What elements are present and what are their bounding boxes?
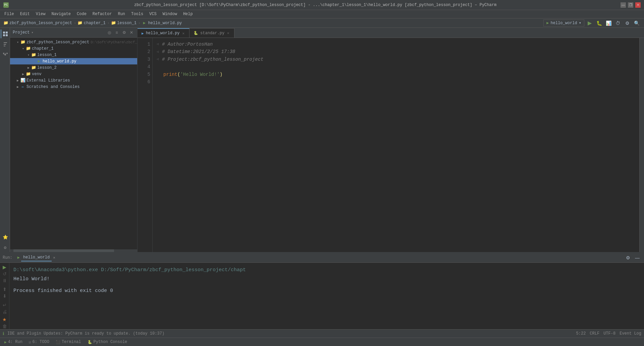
run-tab-close[interactable]: ✕ [53,255,55,260]
venv-arrow-icon: ▶ [21,72,25,76]
maximize-button[interactable]: ❐ [628,2,633,8]
run-config-selector[interactable]: ▶ hello_world ▾ [543,19,584,27]
menu-view[interactable]: View [33,11,48,17]
menu-tools[interactable]: Tools [128,11,146,17]
run-trash-button[interactable]: 🗑 [1,324,8,329]
bottom-tab-actions[interactable]: ⚙ — [624,254,641,262]
tree-item-venv[interactable]: ▶ 📁 venv [10,71,137,77]
tree-action-close[interactable]: ✕ [128,30,135,36]
run-softrap-button[interactable]: ↵ [1,302,8,308]
tab-hello-world[interactable]: ▶ hello_world.py ✕ [138,28,190,38]
status-event-log[interactable]: Event Log [620,331,641,336]
status-left: ℹ IDE and Plugin Updates: PyCharm is rea… [3,331,164,336]
breadcrumb-file[interactable]: ▶ hello_world.py [142,21,182,26]
bt-todo[interactable]: ☑ 6: TODO [26,339,52,345]
tree-item-hello-world[interactable]: ▶ hello_world.py [10,58,137,64]
bt-run[interactable]: ▶ 4: Run [2,339,25,345]
run-sidebar: ▶ ↺ ⏸ ⬆ ⬇ ↵ 🖨 ★ 🗑 [0,263,9,329]
bt-python-console-icon: 🐍 [88,340,92,344]
tree-actions[interactable]: ◎ ≡ ⚙ ✕ [106,30,135,36]
code-empty-4 [162,63,165,70]
tree-action-locate[interactable]: ◎ [106,30,112,36]
dropdown-arrow-icon: ▾ [31,31,33,35]
activity-project[interactable] [1,30,9,38]
root-folder-icon: 📁 [20,40,25,45]
run-tab-hello-world[interactable]: ▶ hello_world ✕ [15,253,57,262]
menu-edit[interactable]: Edit [17,11,33,17]
tab-standar[interactable]: 🐍 standar.py ✕ [190,28,234,38]
right-gutter [639,38,644,252]
code-line-3: ◁ # Project:zbcf_python_lesson_project [157,56,635,63]
status-position-text: 5:22 [576,331,586,336]
activity-settings[interactable]: ⚙ [1,243,9,252]
run-button[interactable]: ▶ [586,19,594,27]
menu-code[interactable]: Code [74,11,89,17]
run-fav-button[interactable]: ★ [1,317,8,323]
tree-lesson1-label: lesson_1 [37,53,57,57]
status-position[interactable]: 5:22 [576,331,586,336]
bt-todo-icon: ☑ [29,340,31,344]
horizontal-scrollbar[interactable] [10,249,137,252]
status-encoding[interactable]: UTF-8 [603,331,615,336]
code-editor[interactable]: 1 2 3 4 5 6 ◁ # Author:PortosHan ◁ # Dat… [138,38,644,252]
tree-item-chapter1[interactable]: ▾ 📁 chapter_1 [10,45,137,52]
tree-item-lesson2[interactable]: ▶ 📁 lesson_2 [10,64,137,71]
bottom-tabs-left: Run: ▶ hello_world ✕ [3,253,57,262]
breadcrumb-lesson[interactable]: 📁 lesson_1 [111,21,137,26]
fold-marker-1[interactable]: ◁ [157,42,162,47]
fold-marker-3[interactable]: ◁ [157,57,162,62]
run-scroll-down[interactable]: ⬇ [1,293,8,299]
breadcrumb-sep-1: › [74,21,76,25]
menu-bar: File Edit View Navigate Code Refactor Ru… [0,10,644,18]
run-scroll-top[interactable]: ⬆ [1,287,8,292]
menu-file[interactable]: File [2,11,17,17]
tree-action-collapse[interactable]: ≡ [114,30,120,36]
tab-standar-close[interactable]: ✕ [226,31,230,35]
menu-navigate[interactable]: Navigate [49,11,73,17]
tree-item-lesson1[interactable]: ▾ 📁 lesson_1 [10,52,137,58]
lesson2-arrow-icon: ▶ [26,66,31,70]
minimize-button[interactable]: — [621,2,626,8]
run-config-py-icon: ▶ [546,20,549,26]
debug-button[interactable]: 🐛 [595,19,603,27]
status-notification[interactable]: ℹ IDE and Plugin Updates: PyCharm is rea… [3,331,164,336]
menu-help[interactable]: Help [180,11,196,17]
menu-refactor[interactable]: Refactor [90,11,115,17]
activity-structure[interactable] [1,40,9,49]
profile-button[interactable]: ⏱ [614,19,622,27]
fold-marker-2[interactable]: ◁ [157,49,162,55]
tree-item-root[interactable]: ▾ 📁 zbcf_python_lesson_project D:\Soft\P… [10,39,137,45]
tree-item-external-libs[interactable]: ▶ 📊 External Libraries [10,77,137,84]
run-stop-button[interactable]: ⏸ [1,278,8,283]
run-rerun-button[interactable]: ↺ [1,271,8,277]
status-line-ending[interactable]: CRLF [590,331,599,336]
tab-standar-icon: 🐍 [194,31,198,35]
code-content[interactable]: ◁ # Author:PortosHan ◁ # Datetime:2021/2… [153,38,639,252]
run-play-button[interactable]: ▶ [1,264,8,270]
tab-hello-world-close[interactable]: ✕ [181,31,185,36]
menu-vcs[interactable]: VCS [147,11,159,17]
tree-item-scratches[interactable]: ▶ ✏ Scratches and Consoles [10,84,137,90]
activity-favorites[interactable]: ⭐ [1,233,9,242]
concurrency-button[interactable]: ⚙ [623,19,631,27]
breadcrumb-project-label: zbcf_python_lesson_project [9,21,72,26]
search-everywhere-button[interactable]: 🔍 [633,19,641,27]
activity-git[interactable] [1,50,9,59]
bottom-minimize-button[interactable]: — [633,254,641,262]
svg-rect-1 [6,32,8,34]
run-config-label: hello_world [551,21,577,26]
bt-terminal[interactable]: ⬛ Terminal [53,339,84,345]
bt-python-console[interactable]: 🐍 Python Console [85,339,130,345]
bt-run-label: 4: Run [8,340,22,344]
breadcrumb-project[interactable]: 📁 zbcf_python_lesson_project [3,21,72,26]
bottom-settings-button[interactable]: ⚙ [624,254,632,262]
window-controls[interactable]: — ❐ ✕ [621,2,641,8]
breadcrumb-chapter[interactable]: 📁 chapter_1 [78,21,106,26]
menu-run[interactable]: Run [115,11,128,17]
menu-window[interactable]: Window [160,11,180,17]
tree-action-settings[interactable]: ⚙ [121,30,127,36]
close-button[interactable]: ✕ [635,2,641,8]
bt-python-console-label: Python Console [94,340,127,344]
run-coverage-button[interactable]: 📊 [604,19,612,27]
run-print-button[interactable]: 🖨 [1,309,8,314]
